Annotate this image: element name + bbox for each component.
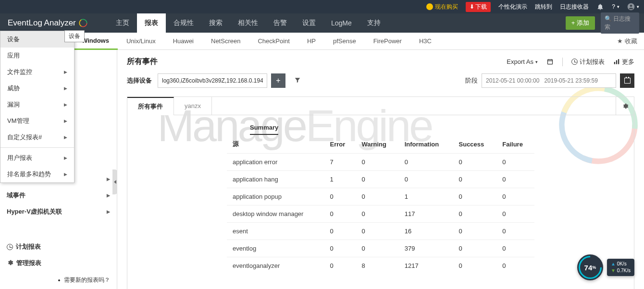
export-label: Export As <box>507 58 533 65</box>
subtab-netscreen[interactable]: NetScreen <box>202 33 249 50</box>
sidebar-manage-reports[interactable]: 管理报表 <box>0 255 117 271</box>
filter-icon[interactable] <box>294 77 301 85</box>
buy-now-link[interactable]: 现在购买 <box>426 3 458 11</box>
table-row[interactable]: desktop window manager0011700 <box>227 205 534 223</box>
cell-warning: 0 <box>356 171 398 188</box>
nav-home[interactable]: 主页 <box>108 13 137 33</box>
date-range-input[interactable] <box>482 73 616 88</box>
nav-alerts[interactable]: 告警 <box>266 13 295 33</box>
subtab-pfsense[interactable]: pfSense <box>324 33 365 50</box>
cell-warning: 0 <box>356 188 398 205</box>
calendar-button[interactable] <box>620 73 634 88</box>
col-error: Error <box>324 135 356 154</box>
sidebar-collapse-handle[interactable] <box>112 169 117 194</box>
nav-logme[interactable]: LogMe <box>323 13 359 33</box>
log-search-input[interactable]: 🔍 日志搜索 <box>601 12 639 34</box>
chevron-right-icon: ▶ <box>64 86 67 91</box>
more-button[interactable]: 更多 <box>613 58 634 66</box>
cell-info: 1217 <box>399 257 453 275</box>
dd-vuln[interactable]: 漏洞▶ <box>0 96 74 113</box>
nav-settings[interactable]: 设置 <box>295 13 323 33</box>
cell-info: 0 <box>399 154 453 171</box>
cell-failure: 0 <box>496 188 534 205</box>
telemetry-widget[interactable]: 74% ▲ 0K/s ▼ 0.7K/s <box>577 254 634 280</box>
cell-error: 7 <box>324 154 356 171</box>
subtab-unix[interactable]: Unix/Linux <box>118 33 164 50</box>
cell-success: 0 <box>453 171 497 188</box>
nav-search[interactable]: 搜索 <box>201 13 230 33</box>
schedule-label: 计划报表 <box>580 58 605 66</box>
nav-compliance[interactable]: 合规性 <box>166 13 201 33</box>
cell-success: 0 <box>453 205 497 223</box>
subtab-checkpoint[interactable]: CheckPoint <box>249 33 298 50</box>
tab-settings-button[interactable] <box>616 97 634 115</box>
phase-label: 阶段 <box>465 76 478 85</box>
log-receiver-link[interactable]: 日志接收器 <box>560 3 589 11</box>
demo-link[interactable]: 个性化演示 <box>498 3 527 11</box>
nav-correlation[interactable]: 相关性 <box>230 13 266 33</box>
table-row[interactable]: eventlog0037900 <box>227 240 534 257</box>
add-device-button[interactable]: + <box>271 73 285 88</box>
logo[interactable]: EventLog Analyzer <box>0 18 108 28</box>
svg-rect-12 <box>618 59 619 64</box>
dd-filemon[interactable]: 文件监控▶ <box>0 64 74 80</box>
help-link[interactable]: ?▾ <box>612 3 619 10</box>
dd-custom-label: 自定义报表# <box>7 133 42 142</box>
chevron-right-icon: ▶ <box>107 177 110 181</box>
download-label: 下载 <box>475 3 487 11</box>
chevron-right-icon: ▶ <box>64 135 67 140</box>
cell-success: 0 <box>453 154 497 171</box>
bell-icon[interactable] <box>596 3 604 11</box>
dd-rank[interactable]: 排名最多和趋势▶ <box>0 166 74 182</box>
svg-point-1 <box>630 5 632 7</box>
chevron-right-icon: ▶ <box>64 119 67 123</box>
refresh-button[interactable] <box>546 58 554 65</box>
device-dropdown-menu: 设备 应用 文件监控▶ 威胁▶ 漏洞▶ VM管理▶ 自定义报表#▶ 用户报表▶ … <box>0 31 74 183</box>
clock-icon <box>571 59 578 65</box>
table-row[interactable]: application popup00100 <box>227 188 534 205</box>
user-icon[interactable]: ▾ <box>627 3 639 11</box>
dd-userrep[interactable]: 用户报表▶ <box>0 150 74 166</box>
favorite-link[interactable]: 收藏 <box>617 37 644 46</box>
chevron-right-icon: ▶ <box>64 102 67 107</box>
need-report-link[interactable]: 需要新的报表吗？ <box>0 271 117 289</box>
tab-all-events[interactable]: 所有事件 <box>127 97 174 115</box>
subtab-hp[interactable]: HP <box>298 33 324 50</box>
dd-filemon-label: 文件监控 <box>7 68 32 76</box>
tab-yanzx[interactable]: yanzx <box>174 97 212 115</box>
cell-info: 379 <box>399 240 453 257</box>
nav-reports[interactable]: 报表 <box>137 13 166 33</box>
download-button[interactable]: ⬇下载 <box>466 2 491 12</box>
calendar-icon <box>624 78 631 84</box>
device-input[interactable] <box>158 73 267 88</box>
dd-threat[interactable]: 威胁▶ <box>0 80 74 96</box>
svg-rect-10 <box>614 62 615 64</box>
table-row[interactable]: eventloganalyzer08121700 <box>227 257 534 275</box>
cell-success: 0 <box>453 257 497 275</box>
col-failure: Failure <box>496 135 534 154</box>
subtab-huawei[interactable]: Huawei <box>164 33 202 50</box>
sidebar-hyperv[interactable]: Hyper-V虚拟机关联▶ <box>0 204 117 220</box>
dd-app[interactable]: 应用 <box>0 48 74 64</box>
col-warning: Warning <box>356 135 398 154</box>
cell-source: application popup <box>227 188 324 205</box>
add-button[interactable]: + 添加 <box>566 16 595 30</box>
select-device-label: 选择设备 <box>127 76 152 85</box>
schedule-report-button[interactable]: 计划报表 <box>571 58 605 66</box>
nav-support[interactable]: 支持 <box>359 13 388 33</box>
sidebar-schedule-reports[interactable]: 计划报表 <box>0 239 117 255</box>
dd-device[interactable]: 设备 <box>0 31 74 48</box>
dd-vuln-label: 漏洞 <box>7 100 20 109</box>
jump-to-link[interactable]: 跳转到 <box>535 3 552 11</box>
subtab-firepower[interactable]: FirePower <box>365 33 410 50</box>
subtab-h3c[interactable]: H3C <box>410 33 440 50</box>
export-as-dropdown[interactable]: Export As▾ <box>507 58 538 65</box>
dd-vm[interactable]: VM管理▶ <box>0 113 74 129</box>
table-row[interactable]: application error70000 <box>227 154 534 171</box>
cell-warning: 8 <box>356 257 398 275</box>
table-row[interactable]: application hang10000 <box>227 171 534 188</box>
cell-failure: 0 <box>496 257 534 275</box>
dd-custom[interactable]: 自定义报表#▶ <box>0 129 74 145</box>
sidebar-domain[interactable]: 域事件▶ <box>0 187 117 204</box>
table-row[interactable]: esent001600 <box>227 223 534 240</box>
